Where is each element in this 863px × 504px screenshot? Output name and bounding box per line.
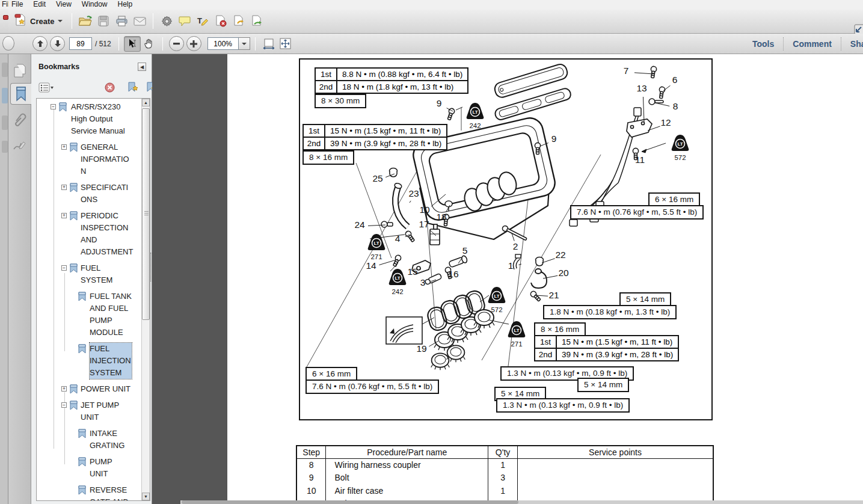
bookmark-label[interactable]: FUEL INJECTION SYSTEM <box>90 343 132 379</box>
collapse-node-icon[interactable]: − <box>61 402 67 408</box>
expand-node-icon[interactable]: + <box>61 213 67 218</box>
attachments-panel-button[interactable] <box>8 109 31 131</box>
comment-tab[interactable]: Comment <box>784 39 841 49</box>
svg-text:LT: LT <box>395 275 400 281</box>
doc-delete-button[interactable] <box>212 12 230 30</box>
delete-bookmark-button[interactable] <box>105 82 115 95</box>
bookmark-ribbon-icon <box>59 102 67 115</box>
bookmark-item[interactable]: +GENERAL INFORMATION <box>37 141 143 177</box>
bookmark-label[interactable]: FUEL TANK AND FUEL PUMP MODULE <box>90 290 132 339</box>
bookmark-item[interactable]: FUEL TANK AND FUEL PUMP MODULE <box>37 290 143 339</box>
fit-width-button[interactable] <box>260 36 277 52</box>
scroll-down-arrow[interactable]: ▼ <box>142 493 150 500</box>
open-file-button[interactable] <box>76 12 94 30</box>
zoom-in-button[interactable] <box>186 36 201 51</box>
expand-node-icon[interactable]: + <box>61 185 67 190</box>
horizontal-scrollbar[interactable] <box>180 500 863 504</box>
create-button[interactable]: Create <box>12 12 67 30</box>
bookmark-item[interactable]: +POWER UNIT <box>37 383 143 395</box>
plus-icon <box>190 40 197 48</box>
menu-view[interactable]: View <box>56 0 72 9</box>
table-cell: Wiring harness coupler <box>326 458 488 472</box>
bookmark-label[interactable]: INTAKE GRATING <box>90 428 132 452</box>
hscroll-thumb[interactable] <box>182 500 518 504</box>
bookmark-label[interactable]: JET PUMP UNIT <box>81 399 134 423</box>
save-button[interactable] <box>94 12 112 30</box>
email-button[interactable] <box>131 12 149 30</box>
table-cell: 8 <box>296 458 326 472</box>
collapse-node-icon[interactable]: − <box>61 265 67 271</box>
scrollbar-thumb[interactable] <box>142 108 150 320</box>
hand-tool-button[interactable] <box>141 36 158 52</box>
bookmark-label[interactable]: REVERSE GATE AND DEFLECTOR <box>90 484 132 500</box>
bookmark-label[interactable]: PUMP UNIT <box>90 456 132 480</box>
pages-panel-button[interactable] <box>8 60 31 82</box>
settings-button[interactable] <box>158 12 176 30</box>
zoom-level-value[interactable]: 100% <box>207 37 239 50</box>
bookmark-label[interactable]: AR/SR/SX230 High Output Service Manual <box>71 101 138 137</box>
leader-line <box>643 97 644 122</box>
document-area[interactable]: Step Procedure/Part name Q'ty Service po… <box>152 54 863 504</box>
bookmark-item[interactable]: −FUEL SYSTEM <box>37 262 143 286</box>
tree-scrollbar[interactable]: ▲ ▼ <box>141 99 150 500</box>
share-tab[interactable]: Share <box>841 39 863 49</box>
doc-send-button[interactable] <box>248 12 266 30</box>
svg-text:LT: LT <box>514 328 519 333</box>
scroll-up-arrow[interactable]: ▲ <box>142 99 150 106</box>
bookmark-label[interactable]: SPECIFICATIONS <box>81 182 134 206</box>
next-page-button[interactable] <box>50 36 65 51</box>
bookmark-item[interactable]: INTAKE GRATING <box>37 428 143 452</box>
bookmarks-panel: Bookmarks ◀ −AR/SR/SX230 High Output Ser… <box>31 54 152 504</box>
bookmark-star-icon <box>127 82 138 93</box>
text-annotate-button[interactable]: T <box>194 12 212 30</box>
doc-export-button[interactable] <box>230 12 248 30</box>
bookmark-item[interactable]: REVERSE GATE AND DEFLECTOR <box>37 484 143 500</box>
bookmark-label[interactable]: POWER UNIT <box>81 383 134 395</box>
toolbar-separator <box>255 37 256 51</box>
bolt-size-box: 8 × 30 mm <box>315 94 366 108</box>
signatures-panel-button[interactable] <box>8 135 31 156</box>
hand-icon <box>144 38 154 49</box>
bookmark-item[interactable]: +SPECIFICATIONS <box>37 182 143 206</box>
bookmark-ribbon-icon <box>70 401 78 414</box>
bookmark-item[interactable]: FUEL INJECTION SYSTEM <box>37 343 143 379</box>
torque-value-box: 1.8 N • m (0.18 kgf • m, 1.3 ft • lb) <box>543 305 677 319</box>
bolt-size-box: 8 × 16 mm <box>303 150 354 165</box>
comment-button[interactable] <box>176 12 194 30</box>
toolbar-separator <box>162 37 163 51</box>
expand-node-icon[interactable]: + <box>61 386 67 392</box>
bookmark-item[interactable]: −JET PUMP UNIT <box>37 399 143 423</box>
new-bookmark-button[interactable] <box>127 82 138 95</box>
bookmark-item[interactable]: +PERIODIC INSPECTION AND ADJUSTMENT <box>37 210 143 258</box>
clamp-19 <box>431 353 450 370</box>
menu-edit[interactable]: Edit <box>33 0 46 9</box>
menu-file[interactable]: File <box>11 0 23 9</box>
bookmark-label[interactable]: FUEL SYSTEM <box>81 262 134 286</box>
bookmark-options-button[interactable] <box>38 82 54 95</box>
create-caret-icon <box>58 20 63 22</box>
zoom-dropdown-button[interactable] <box>239 37 250 50</box>
page-number-input[interactable] <box>69 37 92 50</box>
doc-send-icon <box>251 15 263 27</box>
menu-help[interactable]: Help <box>118 0 133 9</box>
bookmark-label[interactable]: PERIODIC INSPECTION AND ADJUSTMENT <box>81 210 134 258</box>
select-tool-button[interactable] <box>124 36 141 52</box>
expand-node-icon[interactable]: + <box>61 144 67 150</box>
previous-page-button[interactable] <box>32 36 48 51</box>
part-number-label: 25 <box>372 173 382 184</box>
save-floppy-icon <box>98 16 109 26</box>
sensor-3 <box>425 273 442 285</box>
bookmark-item[interactable]: PUMP UNIT <box>37 456 143 480</box>
print-button[interactable] <box>112 12 131 30</box>
fit-page-button[interactable] <box>277 36 294 52</box>
zoom-out-button[interactable] <box>169 36 184 51</box>
bookmarks-panel-button[interactable] <box>10 83 31 105</box>
background-nav-button <box>2 36 14 51</box>
collapse-panel-button[interactable]: ◀ <box>138 63 146 71</box>
bookmark-label[interactable]: GENERAL INFORMATION <box>81 141 134 177</box>
bookmark-item[interactable]: −AR/SR/SX230 High Output Service Manual <box>37 101 143 137</box>
part-number-label: 12 <box>660 117 671 128</box>
menu-window[interactable]: Window <box>82 0 108 9</box>
collapse-node-icon[interactable]: − <box>51 104 56 109</box>
tools-tab[interactable]: Tools <box>743 39 783 49</box>
